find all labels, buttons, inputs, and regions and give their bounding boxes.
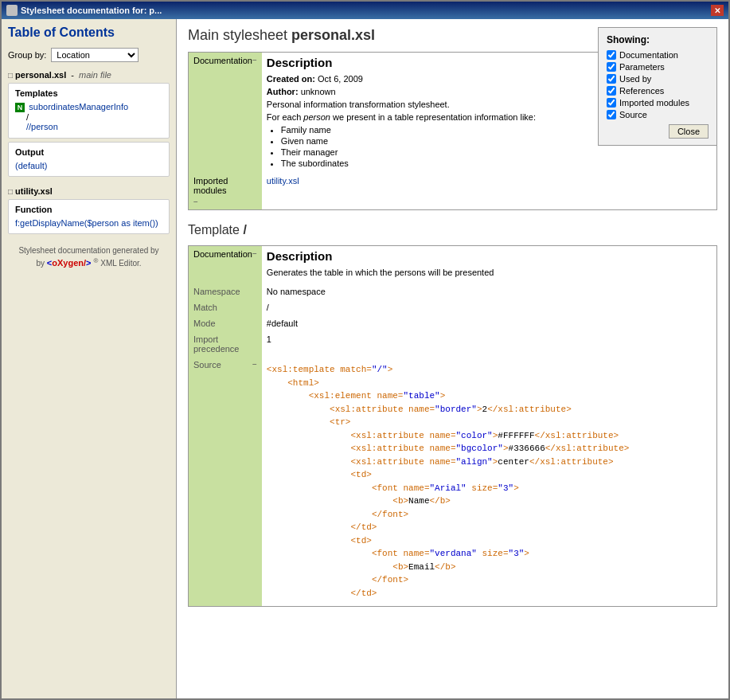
- showing-label-documentation: Documentation: [619, 50, 678, 60]
- src-line-7: <xsl:attribute name="align">: [350, 457, 498, 467]
- desc-text3: we present in a table representation inf…: [333, 112, 536, 122]
- template-link-person[interactable]: //person: [26, 122, 162, 131]
- template-section-title: Template /: [188, 223, 717, 237]
- showing-label-references: References: [619, 86, 664, 96]
- template-import-label: Import precedence: [193, 334, 240, 354]
- main-title-text: Main stylesheet: [188, 27, 287, 43]
- template-match-value-cell: /: [262, 299, 717, 315]
- template-doc-collapse-icon[interactable]: −: [252, 249, 257, 258]
- output-box: Output (default): [8, 142, 170, 177]
- created-value: Oct 6, 2009: [318, 74, 363, 84]
- toc-title: Table of Contents: [8, 25, 170, 40]
- template-source-label-cell: Source −: [189, 357, 262, 607]
- oxygen-angle-open: <: [47, 258, 52, 268]
- template-import-label-cell: Import precedence: [189, 331, 262, 357]
- src-line-4: <tr>: [330, 417, 350, 427]
- toc-footer: Stylesheet documentation generated by by…: [8, 245, 170, 270]
- doc-collapse-icon[interactable]: −: [252, 56, 257, 65]
- doc-section-cell-documentation: Documentation −: [189, 53, 262, 174]
- imported-label-text: Imported modules: [193, 176, 257, 195]
- source-code-block: <xsl:template match="/"> <html> <xsl:ele…: [267, 360, 712, 603]
- src-line-9: <font name="Arial" size="3">: [372, 483, 519, 493]
- showing-close-button[interactable]: Close: [669, 124, 709, 139]
- showing-checkbox-parameters[interactable]: [607, 62, 616, 72]
- collapse-personal-icon[interactable]: □: [8, 71, 13, 80]
- title-bar: Stylesheet documentation for: p... ✕: [2, 2, 728, 19]
- src-line-11: </font>: [372, 510, 408, 519]
- template-mode-value: #default: [267, 319, 298, 328]
- main-filename: personal.xsl: [291, 27, 375, 43]
- left-panel: Table of Contents Group by: Location Nam…: [2, 19, 177, 698]
- personal-xsl-templates-box: Templates N subordinatesManagerInfo / //…: [8, 83, 170, 139]
- src-line-1: <html>: [287, 378, 319, 388]
- src-line-12: </td>: [350, 522, 377, 532]
- template-doc-text: Documentation: [193, 249, 252, 259]
- src-line-2: <xsl:element name="table">: [309, 391, 446, 401]
- showing-panel: Showing: Documentation Parameters Used b…: [598, 27, 717, 146]
- personal-xsl-name: personal.xsl: [15, 70, 66, 80]
- footer-suffix: XML Editor.: [100, 259, 141, 268]
- imported-utility-link[interactable]: utility.xsl: [267, 176, 299, 186]
- function-label: Function: [15, 205, 162, 214]
- window-icon: [6, 5, 18, 16]
- group-by-row: Group by: Location Name Type: [8, 48, 170, 62]
- desc-list-item-2: Their manager: [281, 147, 712, 157]
- imported-collapse-icon[interactable]: −: [193, 197, 198, 206]
- imported-label: Imported modules: [193, 176, 228, 195]
- utility-xsl-name: utility.xsl: [15, 186, 53, 196]
- src-line-14: <font name="verdana" size="3">: [372, 549, 529, 558]
- template-doc-section-label: Documentation −: [193, 249, 257, 259]
- template-import-value: 1: [267, 334, 271, 344]
- showing-label-source: Source: [619, 110, 647, 119]
- template-mode-label-cell: Mode: [189, 315, 262, 331]
- template-doc-section-cell: Documentation −: [189, 246, 262, 284]
- personal-xsl-dash: -: [68, 70, 76, 80]
- template-source-section-label: Source −: [193, 360, 257, 370]
- function-link[interactable]: f:getDisplayName($person as item()): [15, 218, 158, 228]
- template-mode-label: Mode: [193, 319, 216, 328]
- template-source-collapse-icon[interactable]: −: [252, 360, 257, 369]
- group-by-label: Group by:: [8, 50, 46, 60]
- utility-xsl-header: □ utility.xsl: [8, 186, 170, 196]
- showing-checkbox-usedby[interactable]: [607, 74, 616, 84]
- showing-checkbox-source[interactable]: [607, 110, 616, 119]
- window-title: Stylesheet documentation for: p...: [21, 6, 162, 15]
- footer-text: Stylesheet documentation generated by: [18, 246, 158, 255]
- title-bar-left: Stylesheet documentation for: p...: [6, 5, 162, 16]
- doc-section-label: Documentation −: [193, 56, 257, 65]
- imported-label-cell: Imported modules −: [189, 173, 262, 210]
- showing-label-imported: Imported modules: [619, 98, 689, 108]
- template-desc-title: Description: [267, 249, 712, 263]
- template-namespace-label: Namespace: [193, 287, 240, 296]
- showing-checkbox-documentation[interactable]: [607, 50, 616, 60]
- template-match-title: /: [243, 223, 246, 237]
- group-by-select[interactable]: Location Name Type: [51, 48, 139, 62]
- imported-modules-row: Imported modules − utility.xsl: [189, 173, 717, 210]
- template-namespace-label-cell: Namespace: [189, 284, 262, 299]
- template-label: Template: [188, 223, 240, 237]
- src-line-6: <xsl:attribute name="bgcolor">: [350, 444, 508, 453]
- template-link-subordinates[interactable]: subordinatesManagerInfo: [29, 102, 128, 111]
- template-mode-row: Mode #default: [189, 315, 717, 331]
- src-line-3: <xsl:attribute name="border">: [330, 405, 482, 414]
- showing-checkbox-references[interactable]: [607, 86, 616, 96]
- utility-xsl-section: □ utility.xsl Function f:getDisplayName(…: [8, 186, 170, 234]
- showing-item-imported: Imported modules: [607, 98, 709, 108]
- author-value: unknown: [301, 87, 336, 96]
- template-desc-text: Generates the table in which the persons…: [267, 268, 712, 277]
- showing-checkbox-imported[interactable]: [607, 98, 616, 108]
- output-link[interactable]: (default): [15, 161, 47, 170]
- personal-xsl-header: □ personal.xsl - main file: [8, 70, 170, 80]
- template-source-value-cell: <xsl:template match="/"> <html> <xsl:ele…: [262, 357, 717, 607]
- showing-label-usedby: Used by: [619, 74, 651, 84]
- template-import-value-cell: 1: [262, 331, 717, 357]
- collapse-utility-icon[interactable]: □: [8, 187, 13, 196]
- imported-collapse: −: [193, 197, 257, 206]
- template-doc-table: Documentation − Description Generates th…: [188, 245, 717, 607]
- personal-xsl-desc: main file: [79, 70, 111, 80]
- template-path-slash: /: [26, 112, 162, 122]
- window-close-button[interactable]: ✕: [711, 5, 724, 16]
- template-import-row: Import precedence 1: [189, 331, 717, 357]
- showing-item-source: Source: [607, 110, 709, 119]
- showing-item-references: References: [607, 86, 709, 96]
